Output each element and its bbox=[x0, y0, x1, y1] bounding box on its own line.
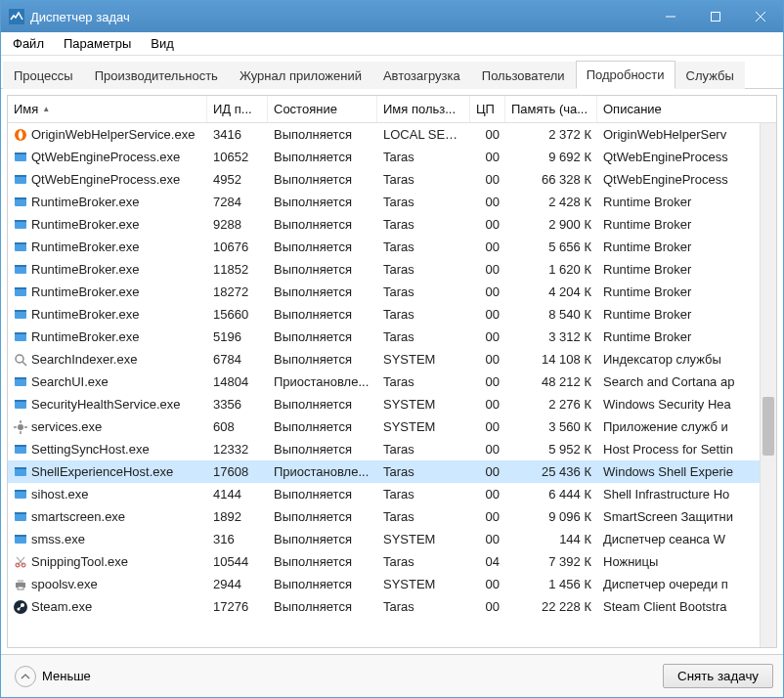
cell-description: Runtime Broker bbox=[597, 217, 760, 232]
cell-memory: 14 108 К bbox=[505, 352, 597, 367]
fewer-details-button[interactable]: Меньше bbox=[11, 663, 95, 690]
cell-description: Runtime Broker bbox=[597, 284, 760, 299]
table-row[interactable]: SettingSyncHost.exe12332ВыполняетсяTaras… bbox=[8, 438, 760, 460]
end-task-button[interactable]: Снять задачу bbox=[663, 664, 773, 688]
cell-state: Выполняется bbox=[268, 577, 377, 591]
tab-2[interactable]: Журнал приложений bbox=[229, 62, 372, 89]
table-row[interactable]: ShellExperienceHost.exe17608Приостановле… bbox=[8, 460, 760, 483]
table-row[interactable]: QtWebEngineProcess.exe4952ВыполняетсяTar… bbox=[8, 168, 760, 191]
cell-description: Windows Shell Experie bbox=[597, 464, 760, 479]
tab-3[interactable]: Автозагрузка bbox=[372, 62, 471, 89]
table-row[interactable]: smss.exe316ВыполняетсяSYSTEM00144 КДиспе… bbox=[8, 528, 760, 550]
minimize-button[interactable] bbox=[648, 1, 693, 32]
cell-description: Windows Security Hea bbox=[597, 397, 760, 412]
close-button[interactable] bbox=[738, 1, 783, 32]
cell-cpu: 00 bbox=[470, 195, 505, 209]
cell-description: Steam Client Bootstra bbox=[597, 599, 760, 614]
table-row[interactable]: RuntimeBroker.exe15660ВыполняетсяTaras00… bbox=[8, 303, 760, 326]
table-row[interactable]: Steam.exe17276ВыполняетсяTaras0022 228 К… bbox=[8, 595, 760, 618]
cell-cpu: 00 bbox=[470, 442, 505, 457]
cell-name: smss.exe bbox=[8, 532, 207, 546]
cell-name: RuntimeBroker.exe bbox=[8, 284, 207, 299]
process-icon bbox=[14, 600, 27, 614]
table-row[interactable]: OriginWebHelperService.exe3416Выполняетс… bbox=[8, 123, 760, 146]
cell-description: QtWebEngineProcess bbox=[597, 172, 760, 187]
maximize-button[interactable] bbox=[693, 1, 738, 32]
svg-rect-9 bbox=[15, 175, 26, 177]
cell-name: RuntimeBroker.exe bbox=[8, 307, 207, 322]
col-header-description[interactable]: Описание bbox=[597, 96, 776, 122]
vertical-scrollbar[interactable] bbox=[760, 123, 776, 647]
col-header-user[interactable]: Имя польз... bbox=[377, 96, 470, 122]
menu-options[interactable]: Параметры bbox=[54, 34, 141, 53]
cell-user: SYSTEM bbox=[377, 397, 470, 412]
cell-name: SearchIndexer.exe bbox=[8, 352, 207, 367]
table-row[interactable]: RuntimeBroker.exe5196ВыполняетсяTaras003… bbox=[8, 326, 760, 348]
table-row[interactable]: SearchIndexer.exe6784ВыполняетсяSYSTEM00… bbox=[8, 348, 760, 371]
cell-pid: 5196 bbox=[207, 329, 268, 344]
col-header-memory[interactable]: Память (ча... bbox=[505, 96, 597, 122]
cell-pid: 3416 bbox=[207, 127, 268, 142]
cell-pid: 15660 bbox=[207, 307, 268, 322]
table-row[interactable]: QtWebEngineProcess.exe10652ВыполняетсяTa… bbox=[8, 146, 760, 168]
cell-user: Taras bbox=[377, 599, 470, 614]
tab-5[interactable]: Подробности bbox=[576, 61, 675, 89]
table-row[interactable]: services.exe608ВыполняетсяSYSTEM003 560 … bbox=[8, 415, 760, 438]
scrollbar-thumb[interactable] bbox=[762, 397, 774, 456]
table-row[interactable]: sihost.exe4144ВыполняетсяTaras006 444 КS… bbox=[8, 483, 760, 505]
menu-file[interactable]: Файл bbox=[3, 34, 54, 53]
table-row[interactable]: RuntimeBroker.exe11852ВыполняетсяTaras00… bbox=[8, 258, 760, 281]
col-header-cpu[interactable]: ЦП bbox=[470, 96, 505, 122]
titlebar[interactable]: Диспетчер задач bbox=[1, 1, 783, 32]
svg-rect-42 bbox=[15, 512, 26, 514]
table-header: Имя ▲ ИД п... Состояние Имя польз... ЦП … bbox=[8, 96, 776, 123]
table-row[interactable]: SearchUI.exe14804Приостановле...Taras004… bbox=[8, 371, 760, 393]
cell-description: Search and Cortana ap bbox=[597, 374, 760, 389]
tab-1[interactable]: Производительность bbox=[84, 62, 229, 89]
cell-state: Выполняется bbox=[268, 487, 377, 502]
cell-memory: 2 900 К bbox=[505, 217, 597, 232]
cell-cpu: 00 bbox=[470, 374, 505, 389]
cell-memory: 22 228 К bbox=[505, 599, 597, 614]
cell-user: Taras bbox=[377, 464, 470, 479]
svg-rect-29 bbox=[15, 400, 26, 402]
cell-name: smartscreen.exe bbox=[8, 509, 207, 524]
process-name: OriginWebHelperService.exe bbox=[31, 127, 195, 142]
app-icon bbox=[9, 9, 24, 24]
cell-state: Выполняется bbox=[268, 240, 377, 254]
cell-description: Runtime Broker bbox=[597, 240, 760, 254]
table-row[interactable]: RuntimeBroker.exe18272ВыполняетсяTaras00… bbox=[8, 281, 760, 303]
cell-pid: 316 bbox=[207, 532, 268, 546]
table-row[interactable]: RuntimeBroker.exe7284ВыполняетсяTaras002… bbox=[8, 191, 760, 213]
cell-description: Диспетчер сеанса W bbox=[597, 532, 760, 546]
menu-view[interactable]: Вид bbox=[141, 34, 184, 53]
tab-4[interactable]: Пользователи bbox=[471, 62, 576, 89]
cell-state: Приостановле... bbox=[268, 464, 377, 479]
cell-user: SYSTEM bbox=[377, 532, 470, 546]
cell-pid: 4952 bbox=[207, 172, 268, 187]
tab-6[interactable]: Службы bbox=[675, 62, 745, 89]
cell-memory: 7 392 К bbox=[505, 554, 597, 569]
process-name: sihost.exe bbox=[31, 487, 89, 502]
svg-rect-27 bbox=[15, 377, 26, 379]
table-row[interactable]: smartscreen.exe1892ВыполняетсяTaras009 0… bbox=[8, 505, 760, 528]
cell-memory: 144 К bbox=[505, 532, 597, 546]
cell-cpu: 00 bbox=[470, 240, 505, 254]
table-row[interactable]: SnippingTool.exe10544ВыполняетсяTaras047… bbox=[8, 550, 760, 573]
table-row[interactable]: spoolsv.exe2944ВыполняетсяSYSTEM001 456 … bbox=[8, 573, 760, 595]
table-row[interactable]: SecurityHealthService.exe3356Выполняется… bbox=[8, 393, 760, 415]
process-name: SearchUI.exe bbox=[31, 374, 109, 389]
col-header-state[interactable]: Состояние bbox=[268, 96, 377, 122]
cell-memory: 4 204 К bbox=[505, 284, 597, 299]
table-row[interactable]: RuntimeBroker.exe9288ВыполняетсяTaras002… bbox=[8, 213, 760, 236]
process-name: services.exe bbox=[31, 419, 102, 434]
process-name: RuntimeBroker.exe bbox=[31, 307, 140, 322]
cell-state: Выполняется bbox=[268, 127, 377, 142]
process-name: RuntimeBroker.exe bbox=[31, 284, 140, 299]
table-row[interactable]: RuntimeBroker.exe10676ВыполняетсяTaras00… bbox=[8, 236, 760, 258]
process-icon bbox=[14, 533, 27, 546]
cell-state: Выполняется bbox=[268, 329, 377, 344]
tab-0[interactable]: Процессы bbox=[3, 62, 84, 89]
col-header-name[interactable]: Имя ▲ bbox=[8, 96, 207, 122]
col-header-pid[interactable]: ИД п... bbox=[207, 96, 268, 122]
